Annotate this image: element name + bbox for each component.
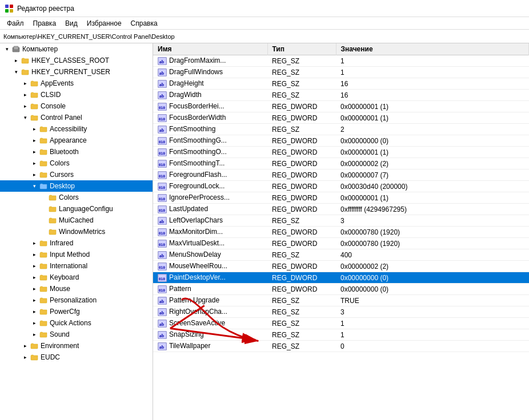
table-row[interactable]: ab DragFromMaxim...REG_SZ1 — [153, 55, 529, 67]
expand-cursors[interactable] — [30, 170, 39, 179]
expand-hkey-classes-root[interactable] — [11, 56, 21, 65]
registry-tree[interactable]: Компьютер HKEY_CLASSES_ROOT HKEY_CURRENT… — [0, 43, 153, 420]
reg-dword-icon: 010 — [158, 194, 167, 202]
expand-keyboard[interactable] — [30, 273, 39, 282]
tree-item-languageconfig[interactable]: LanguageConfigu — [0, 203, 153, 215]
expand-personalization[interactable] — [30, 296, 39, 305]
table-row[interactable]: ab MenuShowDelayREG_SZ400 — [153, 249, 529, 261]
expand-inputmethod[interactable] — [30, 250, 39, 259]
table-row[interactable]: 010 MaxVirtualDeskt...REG_DWORD0x0000078… — [153, 238, 529, 249]
table-row[interactable]: 010 MaxMonitorDim...REG_DWORD0x00000780 … — [153, 227, 529, 238]
expand-eudc[interactable] — [21, 353, 30, 362]
table-row[interactable]: ab LeftOverlapCharsREG_SZ3 — [153, 215, 529, 227]
tree-item-appevents[interactable]: AppEvents — [0, 78, 153, 89]
col-header-type[interactable]: Тип — [267, 43, 336, 55]
expand-desktop[interactable] — [30, 181, 39, 191]
tree-item-desktop-colors[interactable]: Colors — [0, 192, 153, 203]
reg-sz-icon: ab — [158, 342, 167, 350]
tree-item-infrared[interactable]: Infrared — [0, 237, 153, 249]
table-row[interactable]: 010 IgnorePerProcess...REG_DWORD0x000000… — [153, 192, 529, 204]
table-row[interactable]: ab DragWidthREG_SZ16 — [153, 90, 529, 101]
expand-appearance[interactable] — [30, 136, 39, 145]
tree-item-desktop[interactable]: Desktop — [0, 180, 153, 192]
tree-item-personalization[interactable]: Personalization — [0, 294, 153, 306]
tree-item-appearance[interactable]: Appearance — [0, 135, 153, 146]
tree-item-windowmetrics[interactable]: WindowMetrics — [0, 226, 153, 237]
reg-sz-icon: ab — [158, 297, 167, 305]
expand-international[interactable] — [30, 261, 39, 270]
reg-entry-name: ab ScreenSaveActive — [153, 318, 267, 329]
expand-sound[interactable] — [30, 330, 39, 339]
tree-item-colors[interactable]: Colors — [0, 158, 153, 169]
menu-help[interactable]: Справка — [126, 18, 162, 29]
tree-item-international[interactable]: International — [0, 260, 153, 272]
table-row[interactable]: 010 PaintDesktopVer...REG_DWORD0x0000000… — [153, 272, 529, 284]
table-row[interactable]: 010 FocusBorderWidthREG_DWORD0x00000001 … — [153, 112, 529, 124]
expand-bluetooth[interactable] — [30, 147, 39, 156]
tree-item-keyboard[interactable]: Keyboard — [0, 272, 153, 283]
menu-file[interactable]: Файл — [2, 18, 29, 29]
table-row[interactable]: 010 FontSmoothingO...REG_DWORD0x00000001… — [153, 147, 529, 158]
expand-infrared[interactable] — [30, 239, 39, 248]
reg-entry-name: ab Pattern Upgrade — [153, 295, 267, 306]
table-row[interactable]: ab Pattern UpgradeREG_SZTRUE — [153, 295, 529, 306]
tree-item-cursors[interactable]: Cursors — [0, 169, 153, 180]
tree-item-muicached[interactable]: MuiCached — [0, 215, 153, 226]
tree-item-bluetooth[interactable]: Bluetooth — [0, 146, 153, 158]
tree-item-hkey-classes-root[interactable]: HKEY_CLASSES_ROOT — [0, 55, 153, 66]
expand-powercfg[interactable] — [30, 307, 39, 316]
col-header-name[interactable]: Имя — [153, 43, 267, 55]
menu-favorites[interactable]: Избранное — [82, 18, 126, 29]
table-row[interactable]: ab DragFullWindowsREG_SZ1 — [153, 67, 529, 78]
table-row[interactable]: 010 FocusBorderHei...REG_DWORD0x00000001… — [153, 101, 529, 112]
expand-quickactions[interactable] — [30, 318, 39, 328]
tree-item-inputmethod[interactable]: Input Method — [0, 249, 153, 260]
tree-item-console[interactable]: Console — [0, 100, 153, 112]
expand-control-panel[interactable] — [21, 113, 30, 122]
menu-view[interactable]: Вид — [61, 18, 82, 29]
expand-console[interactable] — [21, 102, 30, 111]
tree-item-accessibility[interactable]: Accessibility — [0, 123, 153, 135]
tree-label-languageconfig: LanguageConfigu — [59, 205, 113, 213]
tree-item-mouse[interactable]: Mouse — [0, 283, 153, 294]
table-row[interactable]: 010 ForegroundFlash...REG_DWORD0x0000000… — [153, 169, 529, 181]
tree-item-sound[interactable]: Sound — [0, 329, 153, 340]
expand-appevents[interactable] — [21, 79, 30, 88]
table-row[interactable]: 010 FontSmoothingT...REG_DWORD0x00000002… — [153, 158, 529, 169]
col-header-value[interactable]: Значение — [336, 43, 529, 55]
svg-rect-0 — [5, 5, 9, 8]
expand-windowmetrics — [39, 227, 48, 236]
table-row[interactable]: 010 MouseWheelRou...REG_DWORD0x00000002 … — [153, 261, 529, 272]
table-row[interactable]: ab SnapSizingREG_SZ1 — [153, 329, 529, 341]
folder-icon-powercfg — [39, 308, 48, 316]
reg-entry-value: 16 — [336, 78, 529, 90]
folder-icon-console — [30, 102, 39, 110]
table-row[interactable]: ab FontSmoothingREG_SZ2 — [153, 124, 529, 135]
tree-item-control-panel[interactable]: Control Panel — [0, 112, 153, 123]
tree-item-hkey-current-user[interactable]: HKEY_CURRENT_USER — [0, 66, 153, 78]
table-row[interactable]: 010 ForegroundLock...REG_DWORD0x00030d40… — [153, 181, 529, 192]
tree-item-powercfg[interactable]: PowerCfg — [0, 306, 153, 317]
table-row[interactable]: ab RightOverlapCha...REG_SZ3 — [153, 306, 529, 318]
tree-item-clsid[interactable]: CLSID — [0, 89, 153, 100]
table-row[interactable]: ab DragHeightREG_SZ16 — [153, 78, 529, 90]
table-row[interactable]: 010 LastUpdatedREG_DWORD0xffffffff (4294… — [153, 204, 529, 215]
expand-mouse[interactable] — [30, 284, 39, 293]
tree-item-quickactions[interactable]: Quick Actions — [0, 317, 153, 329]
expand-hkey-current-user[interactable] — [11, 67, 21, 76]
reg-sz-icon: ab — [158, 57, 167, 65]
table-row[interactable]: ab TileWallpaperREG_SZ0 — [153, 341, 529, 352]
tree-item-computer[interactable]: Компьютер — [0, 43, 153, 55]
menu-bar: Файл Правка Вид Избранное Справка — [0, 17, 529, 30]
expand-clsid[interactable] — [21, 90, 30, 99]
table-row[interactable]: 010 PatternREG_DWORD0x00000000 (0) — [153, 284, 529, 295]
tree-item-eudc[interactable]: EUDC — [0, 352, 153, 363]
expand-colors[interactable] — [30, 159, 39, 168]
tree-item-environment[interactable]: Environment — [0, 340, 153, 352]
expand-environment[interactable] — [21, 341, 30, 350]
table-row[interactable]: ab ScreenSaveActiveREG_SZ1 — [153, 318, 529, 329]
table-row[interactable]: 010 FontSmoothingG...REG_DWORD0x00000000… — [153, 135, 529, 147]
expand-accessibility[interactable] — [30, 124, 39, 134]
menu-edit[interactable]: Правка — [29, 18, 61, 29]
expand-computer[interactable] — [2, 45, 11, 54]
